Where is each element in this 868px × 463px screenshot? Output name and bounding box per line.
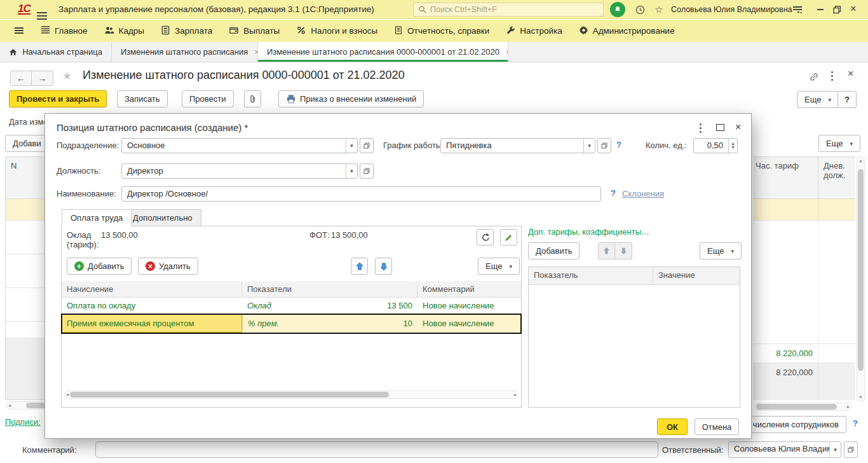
responsible-open-button[interactable] (844, 441, 858, 458)
right-horizontal-scrollbar[interactable] (754, 403, 851, 411)
schedule-help[interactable]: ? (616, 140, 621, 149)
signatures-link[interactable]: Подписи: (5, 417, 41, 427)
extra-table[interactable]: Показатель Значение (528, 266, 740, 408)
responsible-combo[interactable]: Соловьева Юлия Владим (728, 441, 841, 458)
global-search[interactable] (413, 3, 604, 17)
menu-item-main[interactable]: Главное (32, 20, 96, 42)
dropdown-arrow-icon[interactable] (346, 139, 357, 153)
comment-input[interactable] (95, 441, 658, 458)
forward-button[interactable]: → (32, 71, 53, 86)
link-icon[interactable] (808, 71, 820, 85)
name-input[interactable]: Директор /Основное/ (121, 186, 601, 202)
document-more-button[interactable]: Еще (797, 91, 839, 108)
ok-button[interactable]: ОК (657, 418, 688, 435)
tab-staff-changes-list[interactable]: Изменения штатного расписания (112, 42, 258, 62)
schedule-combo[interactable]: Пятидневка (440, 138, 595, 153)
menu-item-settings[interactable]: Настройка (498, 20, 570, 42)
column-header-day[interactable]: Днев. долж. (818, 157, 855, 199)
dialog-close-icon[interactable] (735, 120, 741, 134)
column-header-hour-rate[interactable]: Час. тариф (753, 157, 818, 199)
tab-payroll[interactable]: Оплата труда (62, 209, 132, 226)
main-hamburger-icon[interactable] (37, 6, 47, 15)
tab-close-icon[interactable] (506, 47, 508, 57)
department-combo[interactable]: Основное (121, 138, 358, 153)
menu-item-reports[interactable]: Отчетность, справки (386, 20, 498, 42)
extra-add-button[interactable]: Добавить (528, 242, 580, 259)
header-indicator[interactable]: Показатель (529, 267, 653, 284)
edit-pencil-button[interactable] (500, 229, 517, 245)
menu-item-administration[interactable]: Администрирование (571, 20, 683, 42)
document-close-icon[interactable] (848, 69, 853, 79)
position-combo[interactable]: Директор (121, 163, 358, 179)
name-help[interactable]: ? (611, 188, 616, 198)
favorite-star-icon[interactable] (62, 69, 72, 83)
tab-staff-change-document[interactable]: Изменение штатного расписания 0000-00000… (258, 42, 508, 62)
document-help-button[interactable]: ? (837, 91, 857, 108)
dialog-more-dots-icon[interactable] (700, 123, 702, 133)
extra-move-down-button[interactable] (615, 242, 632, 259)
header-indicators[interactable]: Показатели (242, 281, 417, 297)
service-menu-icon[interactable] (790, 3, 804, 17)
save-button[interactable]: Записать (117, 90, 168, 107)
back-button[interactable]: ← (10, 71, 32, 86)
extra-more-button[interactable]: Еще (700, 242, 742, 259)
window-close-button[interactable] (846, 3, 860, 15)
extra-move-up-button[interactable] (598, 242, 615, 259)
value-row[interactable]: 8 220,000 (753, 344, 855, 363)
move-up-button[interactable] (351, 258, 368, 275)
print-order-button[interactable]: Приказ о внесении изменений (278, 90, 424, 107)
employee-accruals-button[interactable]: числения сотрудников (738, 416, 846, 433)
dropdown-arrow-icon[interactable] (829, 442, 841, 457)
scroll-left-icon[interactable] (8, 403, 11, 408)
favorites-star-icon[interactable] (652, 3, 666, 17)
accrual-row[interactable]: Оплата по окладу Оклад 13 500 Новое начи… (62, 298, 521, 314)
background-table-right[interactable]: Час. тариф Днев. долж. 8 220,000 8 220,0… (753, 156, 855, 400)
menu-item-salary[interactable]: Зарплата (153, 20, 220, 42)
vertical-scrollbar[interactable] (857, 156, 865, 402)
scroll-right-icon[interactable] (514, 392, 517, 397)
menu-item-taxes[interactable]: Налоги и взносы (288, 20, 386, 42)
quantity-stepper[interactable]: 0,50 (693, 138, 738, 153)
menu-item-staff[interactable]: Кадры (96, 20, 153, 42)
header-value[interactable]: Значение (653, 267, 740, 284)
department-open-button[interactable] (360, 138, 374, 153)
search-input[interactable] (430, 5, 589, 14)
accruals-more-button[interactable]: Еще (478, 258, 520, 275)
selected-row[interactable] (753, 199, 855, 221)
notifications-button[interactable] (610, 2, 625, 17)
refresh-button[interactable] (477, 229, 494, 245)
attachments-button[interactable] (244, 90, 261, 107)
declensions-link[interactable]: Склонения (622, 189, 664, 198)
post-button[interactable]: Провести (182, 90, 234, 107)
dialog-maximize-icon[interactable] (716, 124, 724, 131)
menu-item-payments[interactable]: Выплаты (220, 20, 288, 42)
schedule-open-button[interactable] (597, 138, 611, 153)
tab-additional[interactable]: Дополнительно (124, 209, 201, 226)
scroll-down-icon[interactable] (859, 395, 862, 400)
scroll-up-icon[interactable] (859, 158, 862, 163)
scroll-left-icon[interactable] (66, 392, 69, 397)
table-row[interactable] (753, 221, 855, 344)
position-open-button[interactable] (360, 163, 374, 179)
accrual-delete-button[interactable]: × Удалить (138, 258, 198, 275)
restore-button[interactable] (830, 3, 844, 16)
background-help[interactable]: ? (853, 418, 858, 428)
cancel-button[interactable]: Отмена (695, 418, 739, 435)
accrual-add-button[interactable]: + Добавить (67, 258, 132, 275)
spinner-arrows-icon[interactable] (728, 139, 737, 153)
minimize-button[interactable] (813, 3, 827, 16)
post-and-close-button[interactable]: Провести и закрыть (9, 90, 107, 107)
dropdown-arrow-icon[interactable] (583, 139, 595, 153)
accrual-row-selected[interactable]: Премия ежемесячная процентом % прем. 10 … (62, 314, 521, 333)
header-accrual[interactable]: Начисление (62, 281, 242, 297)
scroll-right-icon[interactable] (847, 404, 850, 410)
more-dots-icon[interactable] (831, 71, 833, 81)
accruals-horizontal-scrollbar[interactable] (64, 390, 519, 399)
background-more-button[interactable]: Еще (818, 135, 860, 152)
history-button[interactable] (633, 3, 647, 17)
header-comment[interactable]: Комментарий (417, 281, 521, 297)
tab-home[interactable]: Начальная страница (0, 42, 112, 62)
move-down-button[interactable] (375, 258, 392, 275)
dropdown-arrow-icon[interactable] (346, 164, 357, 178)
extra-tariffs-header[interactable]: Доп. тарифы, коэффициенты… (528, 227, 649, 237)
